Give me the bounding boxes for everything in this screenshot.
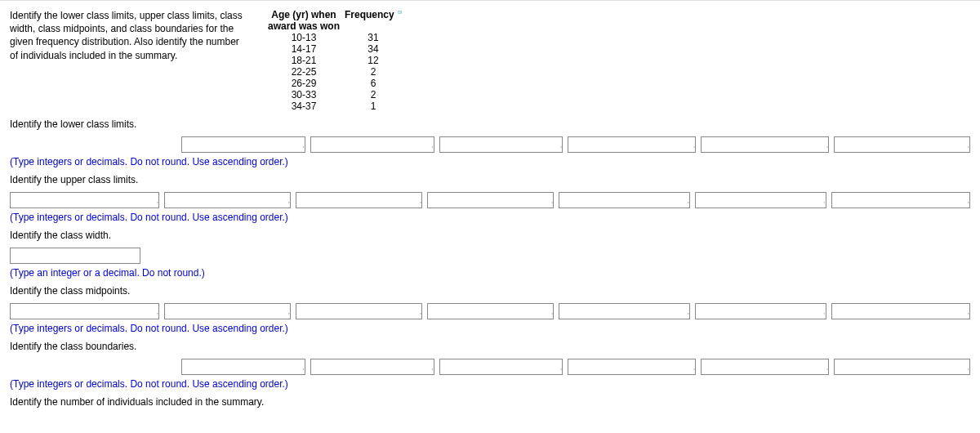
- answer-input[interactable]: ,: [701, 136, 829, 153]
- answer-input[interactable]: ,: [559, 192, 690, 208]
- answer-input[interactable]: ,: [568, 136, 696, 153]
- problem-statement: Identify the lower class limits, upper c…: [10, 9, 247, 112]
- answer-input[interactable]: ,: [10, 192, 159, 208]
- table-cell-age: 26-29: [263, 78, 345, 89]
- answer-input[interactable]: ,: [695, 303, 826, 319]
- answer-input[interactable]: ,: [296, 192, 422, 208]
- answer-input[interactable]: ,: [439, 136, 564, 153]
- answer-input[interactable]: ,: [834, 136, 970, 153]
- answer-input[interactable]: ,: [10, 303, 159, 319]
- answer-input[interactable]: ,: [164, 303, 291, 319]
- hint-ascending: (Type integers or decimals. Do not round…: [10, 212, 970, 223]
- frequency-table: Age (yr) when award was won Frequency 10…: [263, 9, 402, 112]
- table-cell-freq: 2: [345, 66, 402, 78]
- answer-input[interactable]: ,: [439, 359, 564, 375]
- table-cell-age: 14-17: [263, 43, 345, 55]
- hint-ascending: (Type integers or decimals. Do not round…: [10, 378, 970, 390]
- answer-input[interactable]: ,: [701, 359, 829, 375]
- table-cell-age: 34-37: [263, 100, 345, 112]
- table-cell-freq: 1: [345, 100, 402, 112]
- answer-input[interactable]: ,: [427, 192, 554, 208]
- answer-input[interactable]: ,: [831, 303, 970, 319]
- answer-input[interactable]: ,: [181, 359, 305, 375]
- hint-single: (Type an integer or a decimal. Do not ro…: [10, 267, 970, 279]
- table-cell-freq: 2: [345, 89, 402, 100]
- prompt-individuals: Identify the number of individuals inclu…: [10, 396, 970, 408]
- answer-input[interactable]: ,: [427, 303, 554, 319]
- table-cell-freq: 34: [345, 43, 402, 55]
- table-cell-age: 18-21: [263, 55, 345, 66]
- svg-rect-0: [398, 11, 401, 13]
- table-cell-freq: 31: [345, 32, 402, 43]
- hint-ascending: (Type integers or decimals. Do not round…: [10, 323, 970, 334]
- table-header-frequency: Frequency: [345, 9, 394, 20]
- prompt-lower-limits: Identify the lower class limits.: [10, 118, 970, 130]
- answer-input[interactable]: ,: [834, 359, 970, 375]
- prompt-upper-limits: Identify the upper class limits.: [10, 174, 970, 185]
- answer-input[interactable]: ,: [296, 303, 422, 319]
- answer-input[interactable]: ,: [164, 192, 291, 208]
- table-header-age: Age (yr) when award was won: [263, 9, 345, 32]
- table-cell-freq: 6: [345, 78, 402, 89]
- table-cell-age: 30-33: [263, 89, 345, 100]
- answer-input[interactable]: [10, 248, 140, 264]
- answer-input[interactable]: ,: [181, 136, 305, 153]
- answer-input[interactable]: ,: [559, 303, 690, 319]
- answer-input[interactable]: ,: [310, 359, 434, 375]
- table-cell-freq: 12: [345, 55, 402, 66]
- answer-input[interactable]: ,: [310, 136, 434, 153]
- prompt-midpoints: Identify the class midpoints.: [10, 285, 970, 297]
- table-cell-age: 10-13: [263, 32, 345, 43]
- answer-input[interactable]: ,: [831, 192, 970, 208]
- prompt-class-width: Identify the class width.: [10, 230, 970, 241]
- answer-input[interactable]: ,: [695, 192, 826, 208]
- answer-input[interactable]: ,: [568, 359, 696, 375]
- hint-ascending: (Type integers or decimals. Do not round…: [10, 156, 970, 167]
- popup-icon[interactable]: [398, 11, 402, 19]
- prompt-boundaries: Identify the class boundaries.: [10, 341, 970, 352]
- table-cell-age: 22-25: [263, 66, 345, 78]
